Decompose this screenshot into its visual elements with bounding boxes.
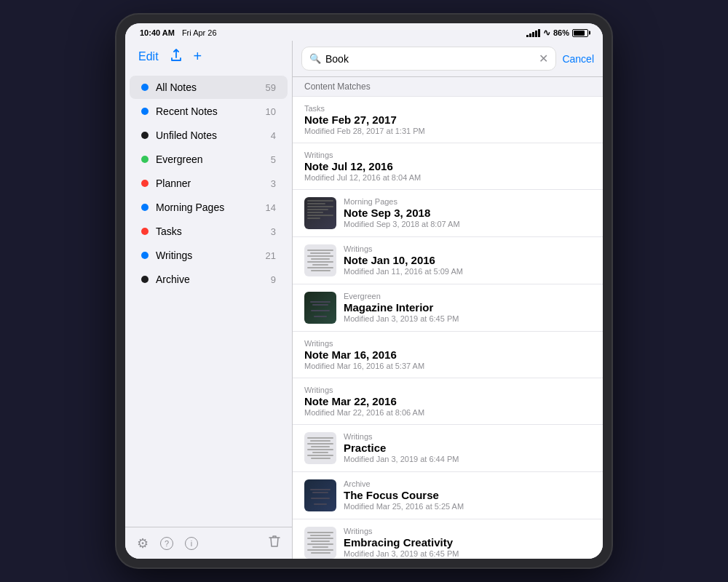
wifi-icon: ∿ [543, 28, 550, 38]
note-thumb-5 [304, 292, 336, 324]
sidebar-item-all-notes[interactable]: All Notes 59 [130, 76, 288, 99]
trash-icon[interactable] [269, 535, 280, 551]
note-folder-10: Writings [344, 527, 591, 535]
info-icon[interactable]: i [185, 537, 198, 550]
note-thumb-8 [304, 432, 336, 464]
share-button[interactable] [169, 47, 183, 66]
note-date-7: Modified Mar 22, 2016 at 8:06 AM [304, 408, 591, 417]
note-title-4: Note Jan 10, 2016 [344, 254, 591, 266]
signal-icon [526, 29, 540, 37]
count-planner: 3 [271, 178, 276, 189]
note-date-1: Modified Feb 28, 2017 at 1:31 PM [304, 127, 591, 135]
note-item-6[interactable]: Writings Note Mar 16, 2016 Modified Mar … [293, 332, 603, 378]
note-date-2: Modified Jul 12, 2016 at 8:04 AM [304, 173, 591, 182]
status-date: Fri Apr 26 [182, 28, 217, 37]
sidebar-item-planner[interactable]: Planner 3 [130, 172, 288, 195]
note-content-9: Archive The Focus Course Modified Mar 25… [344, 479, 591, 511]
note-title-2: Note Jul 12, 2016 [304, 160, 591, 172]
dot-evergreen [141, 156, 149, 163]
note-item-4[interactable]: Writings Note Jan 10, 2016 Modified Jan … [293, 237, 603, 284]
label-morning-pages: Morning Pages [156, 202, 266, 213]
note-date-6: Modified Mar 16, 2016 at 5:37 AM [304, 362, 591, 370]
note-thumb-4 [304, 244, 336, 276]
note-item-3[interactable]: Morning Pages Note Sep 3, 2018 Modified … [293, 190, 603, 237]
status-icons: ∿ 86% [526, 28, 588, 38]
dot-archive [141, 276, 149, 283]
note-title-7: Note Mar 22, 2016 [304, 395, 591, 407]
search-clear-icon[interactable]: ✕ [539, 52, 548, 65]
note-item-7[interactable]: Writings Note Mar 22, 2016 Modified Mar … [293, 378, 603, 425]
note-title-1: Note Feb 27, 2017 [304, 113, 591, 126]
note-thumb-10 [304, 527, 336, 559]
battery-icon [572, 29, 588, 37]
note-item-9[interactable]: Archive The Focus Course Modified Mar 25… [293, 472, 603, 519]
count-morning-pages: 14 [266, 202, 276, 213]
note-folder-9: Archive [344, 479, 591, 488]
sidebar-item-unfiled-notes[interactable]: Unfiled Notes 4 [130, 124, 288, 147]
search-bar: 🔍 ✕ Cancel [293, 41, 603, 77]
note-content-7: Writings Note Mar 22, 2016 Modified Mar … [304, 386, 591, 417]
note-item-5[interactable]: Evergreen Magazine Interior Modified Jan… [293, 284, 603, 332]
notes-list: Tasks Note Feb 27, 2017 Modified Feb 28,… [293, 97, 603, 559]
note-folder-7: Writings [304, 386, 591, 394]
count-unfiled-notes: 4 [271, 130, 276, 141]
sidebar-item-recent-notes[interactable]: Recent Notes 10 [130, 100, 288, 123]
add-button[interactable]: + [192, 47, 204, 66]
note-content-10: Writings Embracing Creativity Modified J… [344, 527, 591, 558]
sidebar-list: All Notes 59 Recent Notes 10 Unfiled Not… [125, 72, 292, 527]
note-date-9: Modified Mar 25, 2016 at 5:25 AM [344, 502, 591, 511]
label-archive: Archive [156, 274, 271, 285]
dot-unfiled-notes [141, 132, 149, 139]
note-folder-1: Tasks [304, 104, 591, 113]
note-title-10: Embracing Creativity [344, 536, 591, 549]
note-item-10[interactable]: Writings Embracing Creativity Modified J… [293, 519, 603, 559]
note-title-9: The Focus Course [344, 489, 591, 501]
note-title-5: Magazine Interior [344, 301, 591, 314]
note-folder-3: Morning Pages [344, 197, 591, 206]
content-matches-label: Content Matches [293, 77, 603, 97]
search-input[interactable] [325, 53, 534, 65]
sidebar-item-tasks[interactable]: Tasks 3 [130, 220, 288, 243]
sidebar-header: Edit + [125, 41, 292, 72]
sidebar-item-archive[interactable]: Archive 9 [130, 268, 288, 291]
dot-all-notes [141, 84, 149, 91]
count-evergreen: 5 [271, 154, 276, 165]
status-time: 10:40 AM [140, 28, 175, 37]
count-all-notes: 59 [266, 82, 276, 93]
device-screen: 10:40 AM Fri Apr 26 ∿ 86% [125, 23, 603, 559]
note-date-4: Modified Jan 11, 2016 at 5:09 AM [344, 267, 591, 276]
dot-morning-pages [141, 204, 149, 211]
note-title-3: Note Sep 3, 2018 [344, 207, 591, 219]
edit-button[interactable]: Edit [137, 49, 160, 65]
count-writings: 21 [266, 250, 276, 261]
cancel-button[interactable]: Cancel [562, 53, 594, 65]
note-title-8: Practice [344, 442, 591, 454]
note-item-8[interactable]: Writings Practice Modified Jan 3, 2019 a… [293, 425, 603, 472]
note-item-1[interactable]: Tasks Note Feb 27, 2017 Modified Feb 28,… [293, 97, 603, 143]
sidebar-item-morning-pages[interactable]: Morning Pages 14 [130, 196, 288, 219]
label-planner: Planner [156, 178, 271, 189]
settings-icon[interactable]: ⚙ [137, 535, 149, 551]
sidebar-footer: ⚙ ? i [125, 527, 292, 559]
count-archive: 9 [271, 274, 276, 285]
dot-tasks [141, 228, 149, 235]
note-title-6: Note Mar 16, 2016 [304, 348, 591, 361]
note-content-4: Writings Note Jan 10, 2016 Modified Jan … [344, 244, 591, 276]
dot-planner [141, 180, 149, 187]
battery-fill [574, 31, 585, 36]
note-item-2[interactable]: Writings Note Jul 12, 2016 Modified Jul … [293, 143, 603, 190]
count-recent-notes: 10 [266, 106, 276, 117]
label-unfiled-notes: Unfiled Notes [156, 129, 271, 141]
search-input-wrap: 🔍 ✕ [301, 47, 556, 71]
sidebar-item-writings[interactable]: Writings 21 [130, 244, 288, 267]
help-icon[interactable]: ? [160, 537, 173, 550]
label-writings: Writings [156, 250, 266, 261]
main-content: Edit + All Notes 59 Recent Notes 10 Unfi… [125, 41, 603, 559]
note-folder-5: Evergreen [344, 292, 591, 300]
sidebar-item-evergreen[interactable]: Evergreen 5 [130, 148, 288, 171]
note-content-2: Writings Note Jul 12, 2016 Modified Jul … [304, 151, 591, 182]
note-content-8: Writings Practice Modified Jan 3, 2019 a… [344, 432, 591, 463]
note-content-6: Writings Note Mar 16, 2016 Modified Mar … [304, 339, 591, 370]
note-thumb-9 [304, 479, 336, 511]
note-thumb-3 [304, 197, 336, 229]
